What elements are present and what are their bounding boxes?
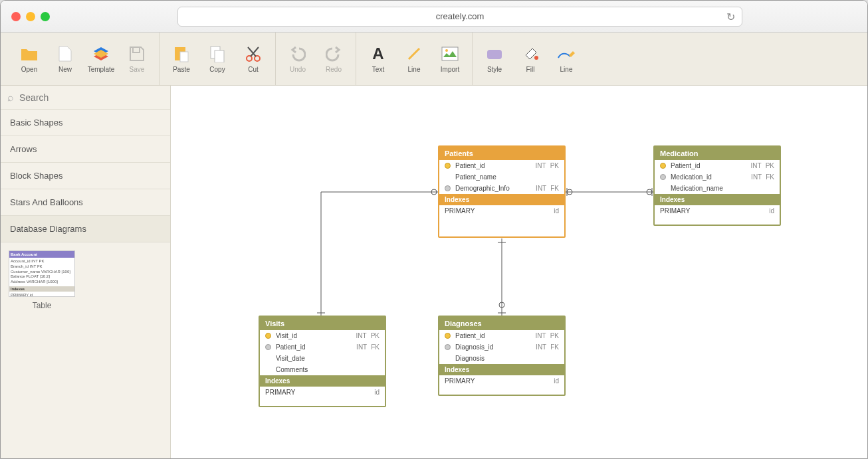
app-window: creately.com ↻ Open New Template Save Pa… (0, 0, 868, 459)
shape-thumb-table[interactable]: Bank Account Account_id INT PK Branch_id… (9, 250, 75, 297)
undo-icon (288, 45, 307, 63)
sidebar-item-database-diagrams[interactable]: Database Diagrams (1, 216, 170, 242)
maximize-window-button[interactable] (41, 12, 50, 21)
field-row: Visit_idINTPK (260, 330, 385, 341)
field-row: Patient_name (439, 171, 564, 183)
template-button[interactable]: Template (83, 39, 119, 79)
svg-point-19 (431, 189, 437, 195)
field-row: Diagnosis (439, 353, 564, 364)
field-row: Patient_idINTFK (260, 341, 385, 353)
new-button[interactable]: New (47, 39, 83, 79)
line-tool-button[interactable]: Line (396, 39, 432, 79)
cut-icon (244, 45, 263, 63)
save-icon (128, 45, 146, 63)
address-bar-wrap: creately.com ↻ (63, 7, 857, 27)
fill-icon (521, 45, 540, 63)
redo-button[interactable]: Redo (316, 39, 352, 79)
field-row: Patient_idINTPK (439, 330, 564, 341)
svg-point-13 (534, 56, 538, 60)
index-row: PRIMARYid (655, 205, 780, 217)
field-row: Visit_date (260, 353, 385, 364)
index-row: PRIMARYid (260, 387, 385, 398)
field-row: Comments (260, 364, 385, 375)
sidebar: ⌕ Basic Shapes Arrows Block Shapes Stars… (1, 86, 171, 458)
field-row: Patient_idINTPK (439, 160, 564, 171)
entity-visits[interactable]: Visits Visit_idINTPKPatient_idINTFKVisit… (259, 316, 386, 407)
svg-rect-0 (133, 47, 140, 52)
sidebar-item-basic-shapes[interactable]: Basic Shapes (1, 110, 170, 136)
sidebar-item-arrows[interactable]: Arrows (1, 136, 170, 163)
text-button[interactable]: AText (360, 39, 396, 79)
folder-icon (20, 45, 39, 63)
titlebar: creately.com ↻ (1, 1, 867, 33)
entity-diagnoses[interactable]: Diagnoses Patient_idINTPKDiagnosis_idINT… (438, 316, 566, 396)
entity-patients[interactable]: Patients Patient_idINTPKPatient_nameDemo… (438, 145, 566, 238)
field-row: Diagnosis_idINTFK (439, 341, 564, 353)
svg-rect-10 (442, 47, 458, 60)
reload-icon[interactable]: ↻ (726, 11, 735, 23)
import-button[interactable]: Import (432, 39, 468, 79)
template-icon (92, 45, 110, 63)
paste-icon (172, 45, 191, 63)
minimize-window-button[interactable] (26, 12, 35, 21)
new-file-icon (56, 45, 74, 63)
copy-icon (208, 45, 227, 63)
sidebar-item-block-shapes[interactable]: Block Shapes (1, 163, 170, 189)
index-row: PRIMARYid (439, 375, 564, 387)
svg-point-16 (647, 189, 652, 195)
line-style-button[interactable]: Line (548, 39, 584, 79)
field-row: Demographic_InfoINTFK (439, 183, 564, 194)
copy-button[interactable]: Copy (199, 39, 235, 79)
text-icon: A (369, 45, 387, 63)
style-button[interactable]: Style (477, 39, 512, 79)
save-button[interactable]: Save (119, 39, 155, 79)
close-window-button[interactable] (11, 12, 21, 21)
svg-rect-12 (487, 50, 502, 59)
import-icon (441, 45, 459, 63)
field-row: Medication_idINTFK (655, 171, 780, 183)
address-bar[interactable]: creately.com ↻ (177, 7, 742, 27)
undo-button[interactable]: Undo (280, 39, 316, 79)
field-row: Patient_idINTPK (655, 160, 780, 171)
paste-button[interactable]: Paste (163, 39, 199, 79)
cut-button[interactable]: Cut (235, 39, 271, 79)
search-input[interactable] (19, 92, 163, 103)
svg-rect-4 (215, 50, 224, 62)
svg-rect-2 (180, 52, 188, 62)
search-icon: ⌕ (7, 92, 14, 104)
line-pencil-icon (557, 45, 576, 63)
sidebar-item-stars-balloons[interactable]: Stars And Balloons (1, 189, 170, 216)
shape-palette: Bank Account Account_id INT PK Branch_id… (1, 242, 170, 318)
toolbar: Open New Template Save Paste Copy Cut Un… (1, 33, 867, 86)
index-row: PRIMARYid (439, 205, 564, 217)
entity-medication[interactable]: Medication Patient_idINTPKMedication_idI… (653, 145, 781, 226)
style-icon (485, 45, 504, 63)
svg-point-15 (567, 189, 572, 195)
line-icon (405, 45, 423, 63)
redo-icon (324, 45, 343, 63)
svg-point-11 (445, 49, 448, 52)
search-row: ⌕ (1, 86, 170, 110)
fill-button[interactable]: Fill (512, 39, 548, 79)
svg-point-24 (499, 302, 504, 308)
svg-line-9 (409, 48, 419, 59)
open-button[interactable]: Open (11, 39, 47, 79)
url-text: creately.com (436, 11, 485, 21)
window-controls (11, 12, 50, 21)
canvas[interactable]: Patients Patient_idINTPKPatient_nameDemo… (171, 86, 867, 458)
field-row: Medication_name (655, 183, 780, 194)
shape-thumb-label: Table (9, 301, 75, 310)
